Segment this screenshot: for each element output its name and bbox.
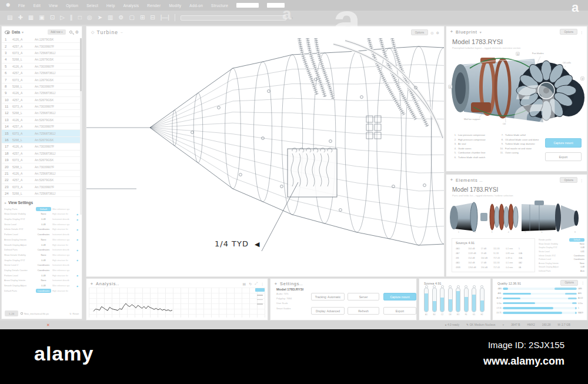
menu-item-file[interactable]: File bbox=[18, 4, 25, 8]
table-row[interactable]: 156373_AArt.725687361J bbox=[2, 130, 82, 136]
setting-value[interactable]: 0.48 bbox=[36, 218, 51, 221]
table-row[interactable]: 184257_AArt.725687361J bbox=[2, 151, 82, 157]
setting-row[interactable]: Graphic Display XYZ0.48 bbox=[539, 246, 584, 250]
quality-row[interactable]: 4AN4AN bbox=[493, 286, 587, 291]
settings-icon[interactable]: ⚙ bbox=[118, 15, 123, 21]
viewport-options-button[interactable]: Options bbox=[411, 29, 429, 35]
favorite-icon[interactable]: ◆ bbox=[76, 274, 79, 277]
gauge-tube[interactable]: H2 bbox=[480, 288, 485, 316]
remove-box-icon[interactable]: ⊟ bbox=[150, 15, 155, 21]
table-row[interactable]: 24257_AArt.73039907F bbox=[2, 43, 82, 49]
record-icon[interactable]: ◎ bbox=[87, 15, 92, 21]
view-setting-row[interactable]: Show Details VisibilityNoneHigh structur… bbox=[2, 212, 82, 217]
view-setting-row[interactable]: Vector Level 2CoordinatesInstrument desc… bbox=[2, 263, 82, 268]
table-row[interactable]: 85268_LArt.73039907F bbox=[2, 84, 82, 90]
view-setting-row[interactable]: Default PartsCoordinatesHigh structure t… bbox=[2, 288, 82, 293]
setting-row[interactable]: Vector Level0.81 bbox=[539, 250, 584, 254]
view-setting-row[interactable]: Display PartsDefaultWire reference sys bbox=[2, 206, 82, 212]
zoom-icon[interactable]: ◎ bbox=[430, 31, 433, 35]
favorite-icon[interactable]: ◆ bbox=[76, 249, 79, 252]
table-row[interactable]: 4A71249 dB19 dB51.330.81 mm44A bbox=[456, 251, 531, 256]
table-row[interactable]: 104257_AArt.52679GSK bbox=[2, 97, 82, 103]
more-icon[interactable]: ⋮ bbox=[260, 282, 264, 286]
chevron-down-icon[interactable]: ▾ bbox=[22, 30, 24, 34]
setting-value[interactable]: None bbox=[36, 239, 51, 241]
more-icon[interactable]: ⋮ bbox=[580, 30, 583, 34]
search-icon[interactable] bbox=[69, 31, 72, 34]
favorite-icon[interactable]: ◆ bbox=[76, 218, 79, 221]
setting-value[interactable]: Coordinates bbox=[36, 249, 51, 251]
refresh-icon[interactable]: ↻ bbox=[249, 282, 252, 286]
gauge-tube[interactable]: A1 bbox=[424, 288, 429, 316]
setting-value[interactable]: None bbox=[569, 243, 584, 245]
refresh-button[interactable]: Refresh bbox=[348, 307, 379, 315]
setting-value[interactable]: None bbox=[36, 213, 51, 215]
quality-row[interactable]: LV-71MA39 bbox=[493, 310, 587, 315]
setting-value[interactable]: Coordinates bbox=[569, 258, 584, 261]
save-icon[interactable]: ▣ bbox=[39, 15, 44, 21]
table-row[interactable]: 116373_AArt.73039907F bbox=[2, 103, 82, 110]
setting-value[interactable]: Default bbox=[36, 207, 51, 211]
more-icon[interactable]: ⋮ bbox=[581, 281, 584, 285]
toolbar-search-input[interactable] bbox=[181, 15, 286, 21]
reset-button[interactable]: ↻ Reset bbox=[69, 312, 79, 315]
menu-item-option[interactable]: Option bbox=[66, 4, 78, 8]
close-mark-icon[interactable]: ✕ bbox=[46, 323, 50, 328]
exploded-view[interactable]: 12345678 bbox=[446, 198, 587, 236]
setting-row[interactable]: Render profileDefault bbox=[539, 238, 584, 242]
quality-options-button[interactable]: Options bbox=[560, 280, 578, 286]
view-setting-row[interactable]: Preform LevelCoordinatesInstrument descr… bbox=[2, 232, 82, 238]
setting-value[interactable]: Coordinates bbox=[36, 233, 51, 236]
view-setting-row[interactable]: Defined PartsCoordinatesInstrument descr… bbox=[2, 248, 82, 253]
gear-icon[interactable]: ⚙ bbox=[436, 31, 439, 35]
view-setting-row[interactable]: Graphic Display XYZ0.48High structure th… bbox=[2, 258, 82, 263]
gauge-tube[interactable]: E3 bbox=[456, 288, 460, 316]
legend-item[interactable] bbox=[257, 303, 263, 305]
viewport-3d[interactable]: ◇ Turbine – Options ◎ ⚙ 1/4 TYD◀ bbox=[86, 26, 445, 277]
table-row[interactable]: 14126_AArt.12679GSK bbox=[2, 36, 82, 43]
select-icon[interactable]: ▤ bbox=[7, 15, 12, 21]
setting-value[interactable]: 0.48 bbox=[36, 244, 51, 246]
menubar-button-secondary[interactable] bbox=[267, 3, 285, 8]
view-setting-row[interactable]: Show Details VisibilityNoneWire referenc… bbox=[2, 253, 82, 258]
table-row[interactable]: 4IB154 dB164 dB717.430.39 m46A bbox=[456, 256, 531, 261]
engine-render[interactable]: Fan blades Oil cells Mid fan support Oil… bbox=[446, 51, 587, 128]
setting-value[interactable]: None bbox=[569, 262, 584, 265]
gear-icon[interactable]: ⚙ bbox=[75, 30, 79, 35]
expand-icon[interactable]: ⤢ bbox=[255, 282, 258, 286]
quality-row[interactable]: AHLAHL bbox=[493, 291, 587, 296]
view-setting-row[interactable]: Vector Level0.48Wire reference sys bbox=[2, 222, 82, 227]
table-row[interactable]: 205268_LArt.73039907F bbox=[2, 163, 82, 170]
setting-row[interactable]: Arrows Display InterimNone bbox=[539, 262, 584, 266]
gauge-tube[interactable]: C2 bbox=[440, 288, 445, 316]
setting-value[interactable]: 0.48 bbox=[569, 246, 584, 249]
setting-value[interactable]: Coordinates bbox=[36, 228, 51, 231]
blueprint-options-button[interactable]: Options bbox=[560, 29, 577, 35]
menu-item-view[interactable]: View bbox=[49, 4, 58, 8]
menu-item-help[interactable]: Help bbox=[106, 4, 115, 8]
range-button[interactable]: 1–24 bbox=[5, 310, 18, 316]
export-button[interactable]: Export bbox=[383, 307, 416, 315]
table-row[interactable]: 94126_AArt.725687361J bbox=[2, 90, 82, 96]
table-row[interactable]: 125268_LArt.725687361J bbox=[2, 110, 82, 116]
view-setting-row[interactable]: Smooth Display Adjust0.48High structure … bbox=[2, 242, 82, 248]
move-icon[interactable]: ✚ bbox=[18, 15, 22, 21]
setting-value[interactable]: Default bbox=[569, 238, 584, 242]
setting-value[interactable]: 0.48 bbox=[36, 259, 51, 262]
setting-value[interactable]: 0.48 bbox=[569, 266, 584, 268]
measure-icon[interactable]: ⊡ bbox=[50, 15, 55, 21]
table-row[interactable]: 4AD164 dB17 dB111.330.1 mm5 bbox=[456, 246, 531, 251]
view-setting-row[interactable]: Arrows Display InterimNoneWire reference… bbox=[2, 238, 82, 243]
table-row[interactable]: 64257_AArt.725687361J bbox=[2, 70, 82, 76]
table-row[interactable]: 134126_AArt.52679GSK bbox=[2, 117, 82, 123]
file-item[interactable]: New_mechanical.file.ps bbox=[21, 312, 49, 315]
gauge-tube[interactable]: B4 bbox=[432, 288, 437, 316]
setting-value[interactable]: 0.48 bbox=[36, 275, 51, 277]
pause-icon[interactable]: ∥ bbox=[70, 15, 73, 21]
export-button[interactable]: Export bbox=[545, 152, 582, 161]
table-row[interactable]: 174126_AArt.73039907F bbox=[2, 143, 82, 150]
ruler-icon[interactable]: |—| bbox=[161, 15, 169, 21]
view-setting-row[interactable]: Arrow Display InterimNoneInstrument desc… bbox=[2, 278, 82, 283]
menu-item-structure[interactable]: Structure bbox=[211, 4, 228, 8]
legend-item[interactable] bbox=[257, 295, 263, 296]
